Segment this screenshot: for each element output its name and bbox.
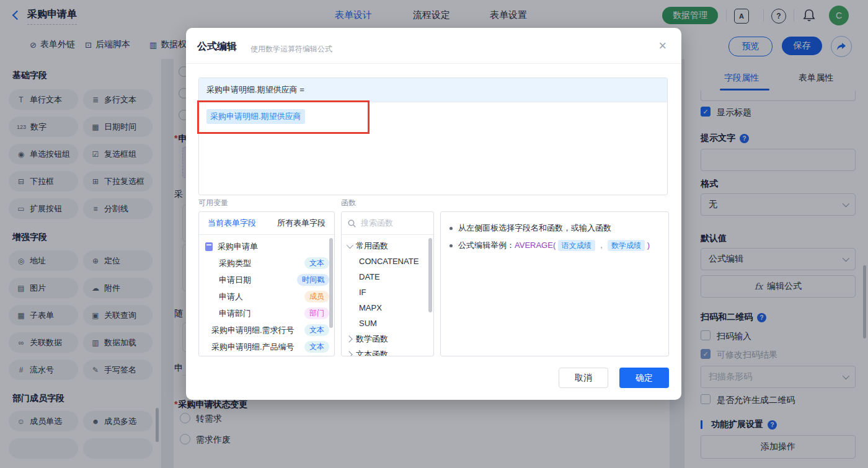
functions-label: 函数 bbox=[341, 198, 356, 208]
example-field-token: 语文成绩 bbox=[558, 240, 595, 251]
variables-label: 可用变量 bbox=[198, 198, 228, 208]
function-group[interactable]: 数学函数 bbox=[342, 331, 433, 347]
chevron-right-icon bbox=[345, 351, 352, 356]
cancel-button[interactable]: 取消 bbox=[559, 368, 608, 388]
function-item[interactable]: IF bbox=[342, 285, 433, 300]
type-badge: 部门 bbox=[304, 307, 329, 319]
function-item[interactable]: MAPX bbox=[342, 300, 433, 316]
tip-example-line: 公式编辑举例：AVERAGE( 语文成绩 ， 数学成绩 ) bbox=[450, 239, 660, 252]
function-search-input[interactable]: 搜索函数 bbox=[342, 212, 433, 235]
type-badge: 文本 bbox=[304, 341, 329, 353]
type-badge: 文本 bbox=[304, 324, 329, 336]
tab-all-form-fields[interactable]: 所有表单字段 bbox=[277, 218, 326, 229]
close-icon[interactable]: × bbox=[658, 39, 666, 53]
confirm-button[interactable]: 确定 bbox=[619, 368, 669, 388]
modal-title: 公式编辑 bbox=[197, 40, 237, 53]
type-badge: 文本 bbox=[304, 257, 329, 269]
form-doc-icon bbox=[205, 242, 213, 251]
tree-field[interactable]: 申请人成员 bbox=[199, 288, 334, 305]
search-icon bbox=[348, 219, 356, 227]
functions-panel: 搜索函数 常用函数 CONCATENATE DATE IF MAPX SUM 数… bbox=[341, 211, 434, 356]
function-group[interactable]: 常用函数 bbox=[342, 238, 433, 254]
tree-field[interactable]: 申请部门部门 bbox=[199, 305, 334, 322]
app-screen: 采购申请单 表单设计 流程设定 表单设置 数据管理 A ? C ⊘ 表单外链 ⊡… bbox=[0, 0, 868, 468]
formula-edit-modal: 公式编辑 使用数学运算符编辑公式 × 采购申请明细.期望供应商 = 采购申请明细… bbox=[186, 28, 681, 400]
formula-tips-panel: 从左侧面板选择字段名和函数，或输入函数 公式编辑举例：AVERAGE( 语文成绩… bbox=[440, 211, 669, 356]
formula-target: 采购申请明细.期望供应商 = bbox=[199, 78, 667, 102]
tree-field[interactable]: 采购申请明细.需求行号文本 bbox=[199, 322, 334, 338]
chevron-down-icon bbox=[347, 241, 353, 248]
variables-panel: 当前表单字段 所有表单字段 采购申请单 采购类型文本 申请日期时间戳 申请人成员… bbox=[198, 211, 335, 356]
variables-scrollbar[interactable] bbox=[329, 238, 333, 328]
chevron-right-icon bbox=[345, 335, 352, 342]
formula-editor[interactable]: 采购申请明细.期望供应商 = 采购申请明细.期望供应商 bbox=[198, 77, 668, 195]
annotation-red-box bbox=[197, 100, 370, 134]
tree-root[interactable]: 采购申请单 bbox=[199, 238, 334, 255]
divider bbox=[186, 63, 681, 64]
tree-field[interactable]: 采购类型文本 bbox=[199, 255, 334, 272]
type-badge: 成员 bbox=[304, 291, 329, 302]
functions-scrollbar[interactable] bbox=[428, 238, 432, 312]
bullet-icon bbox=[450, 227, 453, 230]
tree-field[interactable]: 采购申请明细.产品编号文本 bbox=[199, 338, 334, 355]
example-field-token: 数学成绩 bbox=[608, 240, 645, 251]
tree-field[interactable]: 申请日期时间戳 bbox=[199, 272, 334, 288]
function-name: AVERAGE( bbox=[515, 241, 556, 250]
tab-current-form-fields[interactable]: 当前表单字段 bbox=[208, 218, 256, 229]
bullet-icon bbox=[450, 244, 453, 247]
type-badge: 时间戳 bbox=[297, 274, 329, 286]
function-item[interactable]: CONCATENATE bbox=[342, 254, 433, 269]
modal-subtitle: 使用数学运算符编辑公式 bbox=[250, 44, 332, 55]
function-group[interactable]: 文本函数 bbox=[342, 347, 433, 356]
function-item[interactable]: DATE bbox=[342, 269, 433, 285]
function-item[interactable]: SUM bbox=[342, 316, 433, 331]
tip-line: 从左侧面板选择字段名和函数，或输入函数 bbox=[450, 222, 660, 234]
